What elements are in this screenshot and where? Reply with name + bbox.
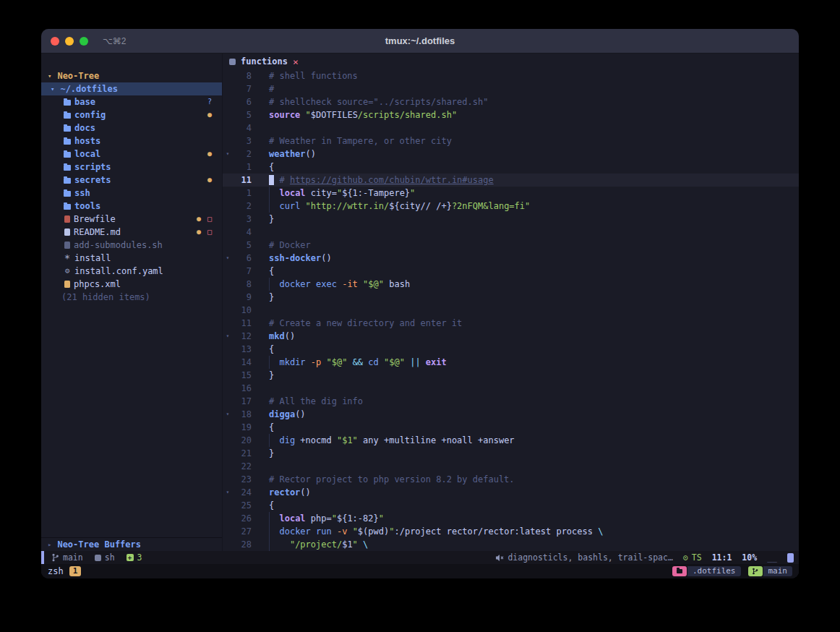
tree-item-brewfile[interactable]: Brewfile●□ [41, 213, 222, 226]
code-line[interactable]: ▾12mkd() [223, 330, 799, 343]
yaml-config-icon: ⚙ [64, 265, 71, 278]
git-status-icon: ● [197, 226, 201, 239]
filetype-label: sh [105, 552, 115, 563]
code-line[interactable]: 4 [223, 226, 799, 239]
code-line[interactable]: 4 [223, 121, 799, 134]
code-line[interactable]: 5source "$DOTFILES/scripts/shared.sh" [223, 108, 799, 121]
code-line[interactable]: 11 # https://github.com/chubin/wttr.in#u… [223, 174, 799, 187]
code-line[interactable]: 10 [223, 304, 799, 317]
tree-item-readme-md[interactable]: README.md●□ [41, 226, 222, 239]
fold-column [223, 473, 233, 486]
titlebar[interactable]: ⌥⌘2 tmux:~/.dotfiles [41, 29, 799, 54]
tree-item-ssh[interactable]: ssh [41, 187, 222, 200]
tmux-window-index-badge[interactable]: 1 [69, 566, 82, 576]
code-line-text: curl "http://wttr.in/${city// /+}?2nFQM&… [252, 200, 530, 213]
code-line[interactable]: 17# All the dig info [223, 395, 799, 408]
tree-item-label: scripts [74, 162, 111, 172]
tree-item-base[interactable]: base? [41, 95, 222, 108]
minimize-window-button[interactable] [65, 37, 74, 46]
code-line-text [252, 304, 269, 317]
tree-item-hosts[interactable]: hosts [41, 134, 222, 148]
code-line[interactable]: 27 docker run -v "$(pwd)":/project recto… [223, 525, 799, 538]
code-line[interactable]: 1 local city="${1:-Tampere}" [223, 187, 799, 200]
branch-name: main [63, 552, 83, 563]
code-line[interactable]: 25{ [223, 499, 799, 512]
fold-icon[interactable]: ▾ [223, 408, 233, 421]
tree-item-docs[interactable]: docs [41, 121, 222, 134]
code-line[interactable]: 28 "/project/$1" \ [223, 538, 799, 551]
fold-icon[interactable]: ▾ [223, 330, 233, 343]
line-number: 26 [233, 512, 252, 525]
git-status-badges: ● [207, 174, 212, 187]
code-line[interactable]: 26 local php="${1:-82}" [223, 512, 799, 525]
fold-column [223, 421, 233, 434]
tree-item-label: base [74, 97, 95, 107]
cursor-position: 11:1 [712, 552, 732, 563]
folder-icon [64, 191, 71, 197]
code-line[interactable]: 21} [223, 447, 799, 460]
window-shortcut: ⌥⌘2 [103, 36, 127, 46]
tmux-window-name[interactable]: zsh [48, 566, 64, 576]
code-line[interactable]: 16 [223, 382, 799, 395]
tree-item-phpcs-xml[interactable]: phpcs.xml [41, 278, 222, 291]
zoom-window-button[interactable] [80, 37, 88, 46]
tree-item-label: docs [74, 123, 95, 133]
code-line[interactable]: 8# shell functions [223, 69, 799, 82]
code-line[interactable]: ▾2weather() [223, 148, 799, 161]
line-number: 22 [233, 460, 252, 473]
tree-item-config[interactable]: config● [41, 108, 222, 121]
tree-item-install-conf-yaml[interactable]: ⚙install.conf.yaml [41, 265, 222, 278]
code-line[interactable]: 7{ [223, 265, 799, 278]
neo-tree-buffers-header[interactable]: ▸ Neo-Tree Buffers [41, 538, 222, 551]
code-line[interactable]: ▾18digga() [223, 408, 799, 421]
folder-icon [64, 165, 71, 171]
code-line-text: "/project/$1" \ [252, 538, 368, 551]
code-line-text: digga() [252, 408, 306, 421]
code-line[interactable]: 22 [223, 460, 799, 473]
shell-script-icon [64, 242, 70, 249]
content-area: ▾ Neo-Tree ▾~/.dotfilesbase?config●docsh… [41, 54, 799, 551]
code-line[interactable]: 6# shellcheck source="../scripts/shared.… [223, 95, 799, 108]
tree-item-dotfiles[interactable]: ▾~/.dotfiles [41, 82, 222, 95]
fold-column [223, 239, 233, 252]
code-line[interactable]: 9} [223, 291, 799, 304]
code-line[interactable]: 3} [223, 213, 799, 226]
tab-close-icon[interactable]: × [293, 56, 299, 67]
tmux-session-label: main [763, 566, 793, 576]
code-line[interactable]: ▾6ssh-docker() [223, 252, 799, 265]
code-line-text: } [252, 369, 274, 382]
line-number: 18 [233, 408, 252, 421]
tree-item-add-submodules-sh[interactable]: add-submodules.sh [41, 239, 222, 252]
fold-icon[interactable]: ▾ [223, 486, 233, 499]
tree-item-local[interactable]: local● [41, 148, 222, 161]
code-line[interactable]: 2 curl "http://wttr.in/${city// /+}?2nFQ… [223, 200, 799, 213]
neo-tree-buffers-section: ▸ Neo-Tree Buffers [41, 537, 222, 551]
code-line[interactable]: 15} [223, 369, 799, 382]
code-line[interactable]: 20 dig +nocmd "$1" any +multiline +noall… [223, 434, 799, 447]
code-line[interactable]: ▾24rector() [223, 486, 799, 499]
line-number: 4 [233, 226, 252, 239]
line-number: 2 [233, 200, 252, 213]
fold-icon[interactable]: ▾ [223, 148, 233, 161]
code-line[interactable]: 5# Docker [223, 239, 799, 252]
code-area[interactable]: 8# shell functions7#6# shellcheck source… [223, 69, 799, 551]
code-line[interactable]: 23# Rector project to php version 8.2 by… [223, 473, 799, 486]
code-line-text: # Weather in Tampere, or other city [252, 134, 452, 148]
code-line[interactable]: 7# [223, 82, 799, 95]
tree-item-install[interactable]: *install [41, 252, 222, 265]
code-line[interactable]: 14 mkdir -p "$@" && cd "$@" || exit [223, 356, 799, 369]
code-line[interactable]: 3# Weather in Tampere, or other city [223, 134, 799, 148]
line-number: 8 [233, 69, 252, 82]
tab-functions[interactable]: functions [241, 56, 288, 67]
code-line[interactable]: 11# Create a new directory and enter it [223, 317, 799, 330]
code-line[interactable]: 13{ [223, 343, 799, 356]
fold-icon[interactable]: ▾ [223, 252, 233, 265]
line-number: 5 [233, 239, 252, 252]
close-window-button[interactable] [51, 37, 59, 46]
code-line[interactable]: 1{ [223, 161, 799, 174]
code-line[interactable]: 19{ [223, 421, 799, 434]
tree-item-secrets[interactable]: secrets● [41, 174, 222, 187]
tree-item-scripts[interactable]: scripts [41, 161, 222, 174]
tree-item-tools[interactable]: tools [41, 200, 222, 213]
code-line[interactable]: 8 docker exec -it "$@" bash [223, 278, 799, 291]
